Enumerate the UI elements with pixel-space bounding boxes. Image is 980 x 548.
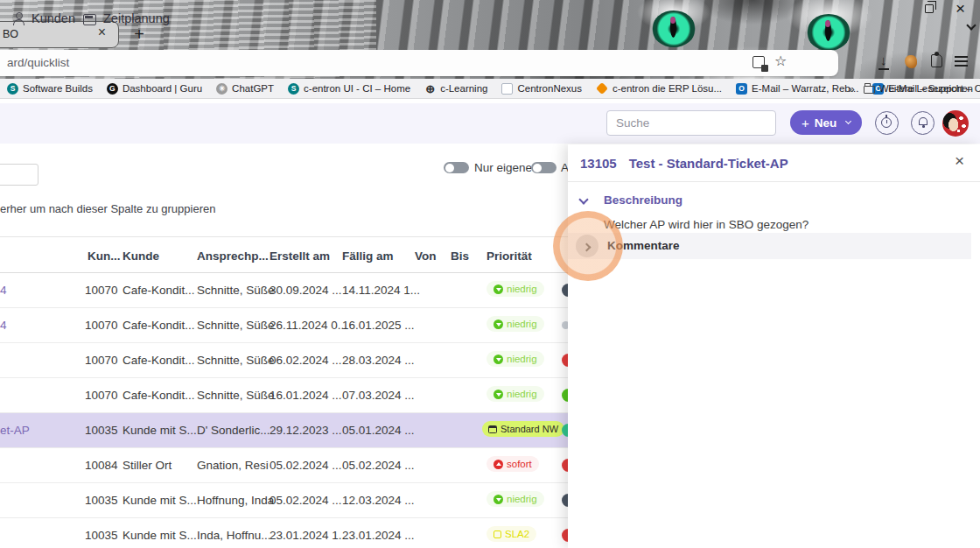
ticket-detail-panel: 13105 Test - Standard-Ticket-AP × Beschr… [568, 144, 980, 548]
page-icon [501, 83, 513, 95]
col-von[interactable]: Von [415, 249, 437, 263]
other-bookmarks-folder[interactable]: Weitere Lesezeichen [864, 83, 973, 94]
col-ansprechpartner[interactable]: Ansprechp... [197, 249, 269, 263]
toggle-nur-eigene-label: Nur eigene [474, 161, 532, 174]
bell-icon [919, 117, 928, 125]
bookmark-star-icon[interactable]: ☆ [774, 53, 787, 69]
section-beschreibung[interactable]: Beschreibung [604, 193, 682, 207]
new-tab-button[interactable]: + [130, 25, 149, 44]
group-by-hint: erher um nach dieser Spalte zu gruppiere… [0, 202, 215, 215]
bookmark-email-warratz[interactable]: OE-Mail – Warratz, Reb... [736, 83, 858, 95]
bookmarks-overflow-chevron[interactable]: » [849, 82, 855, 95]
translate-icon[interactable] [752, 56, 765, 68]
nav-item-kunden[interactable]: Kunden [12, 11, 75, 25]
col-erstellt-am[interactable]: Erstellt am [270, 249, 330, 263]
bookmark-dashboard-guru[interactable]: GDashboard | Guru [107, 83, 202, 95]
folder-icon [864, 86, 875, 94]
toggle-second[interactable] [531, 162, 556, 173]
chevron-down-icon [845, 118, 851, 124]
priority-badge: niedrig [486, 351, 544, 367]
tiger-right-eye [807, 14, 850, 51]
bookmark-c-learning[interactable]: ⊕c-Learning [424, 83, 487, 95]
tampermonkey-extension-icon[interactable] [905, 55, 917, 68]
priority-badge: niedrig [486, 491, 544, 507]
nav-item-zeitplanung[interactable]: Zeitplanung [83, 11, 170, 25]
bookmark-chatgpt[interactable]: ✳ChatGPT [216, 83, 274, 95]
bookmark-centron-erp[interactable]: c-entron die ERP Lösu... [596, 83, 722, 94]
sharepoint-icon: S [7, 83, 18, 95]
ticket-link[interactable]: 4 [0, 319, 7, 332]
priority-badge: niedrig [486, 316, 544, 332]
url-text: ard/quicklist [7, 56, 69, 69]
bookmark-centron-ui[interactable]: Sc-entron UI - CI – Home [288, 83, 410, 95]
plus-icon: + [802, 116, 809, 130]
priority-badge: sofort [486, 456, 539, 472]
browser-tab-title: BO [3, 28, 18, 40]
col-faellig-am[interactable]: Fällig am [342, 249, 394, 263]
notifications-button[interactable] [911, 111, 934, 135]
timer-button[interactable] [875, 111, 899, 135]
user-avatar[interactable] [942, 110, 969, 137]
priority-low-icon [494, 320, 503, 329]
priority-badge: niedrig [486, 386, 544, 402]
panel-divider [568, 181, 980, 182]
url-bar[interactable]: ard/quicklist ☆ [0, 50, 838, 76]
toggle-nur-eigene[interactable] [444, 162, 469, 173]
chevron-down-icon[interactable] [578, 194, 588, 204]
priority-urgent-icon [494, 460, 503, 469]
priority-badge-standard-nw: Standard NW [482, 421, 564, 437]
priority-low-icon [494, 285, 503, 294]
new-ticket-button[interactable]: + Neu [790, 110, 862, 135]
priority-badge-sla: SLA2 [486, 526, 536, 542]
ticket-title: Test - Standard-Ticket-AP [629, 156, 788, 171]
col-kunde[interactable]: Kunde [122, 249, 159, 263]
stopwatch-icon [881, 117, 892, 128]
filter-input[interactable] [0, 164, 38, 186]
person-icon [12, 12, 24, 25]
browser-menu-icon[interactable] [955, 56, 968, 67]
sharepoint-icon: S [288, 83, 299, 95]
calendar-icon [83, 14, 96, 25]
tab-close-icon[interactable]: × [98, 25, 106, 40]
bookmark-centronnexus[interactable]: CentronNexus [501, 83, 582, 95]
screenshot-root: BO × + × ard/quicklist ☆ ↓ SSoftware Bui… [0, 0, 980, 548]
ticket-link[interactable]: et-AP [0, 424, 30, 437]
chatgpt-icon: ✳ [216, 83, 228, 95]
guru-icon: G [107, 83, 118, 95]
col-prioritaet[interactable]: Priorität [486, 249, 532, 263]
centron-icon [596, 82, 608, 95]
col-bis[interactable]: Bis [451, 249, 469, 263]
priority-low-icon [494, 390, 503, 399]
window-restore-icon[interactable] [925, 4, 934, 13]
ticket-link[interactable]: 4 [0, 284, 7, 297]
ticket-id: 13105 [580, 156, 617, 171]
col-kundennr[interactable]: Kun... [88, 249, 121, 263]
bookmarks-bar: SSoftware Builds GDashboard | Guru ✳Chat… [0, 79, 980, 99]
priority-low-icon [494, 495, 503, 504]
tiger-left-eye [652, 11, 696, 47]
globe-icon: ⊕ [424, 83, 436, 95]
sla-badge-icon [494, 530, 501, 538]
panel-header: 13105 Test - Standard-Ticket-AP [580, 156, 788, 171]
extensions-icon[interactable] [931, 54, 942, 67]
priority-low-icon [494, 355, 503, 364]
section-kommentare[interactable]: Kommentare [607, 239, 680, 252]
calendar-badge-icon [488, 425, 497, 433]
kommentare-expand-chevron-icon[interactable] [576, 235, 598, 257]
priority-badge: niedrig [486, 281, 544, 297]
window-close-icon[interactable]: × [956, 0, 965, 18]
ticket-description: Welcher AP wird hier in SBO gezogen? [604, 218, 808, 231]
outlook-icon: O [736, 83, 747, 95]
bookmark-software-builds[interactable]: SSoftware Builds [7, 83, 93, 95]
search-input[interactable] [606, 110, 776, 136]
downloads-icon[interactable]: ↓ [878, 53, 889, 70]
panel-close-icon[interactable]: × [955, 151, 964, 171]
